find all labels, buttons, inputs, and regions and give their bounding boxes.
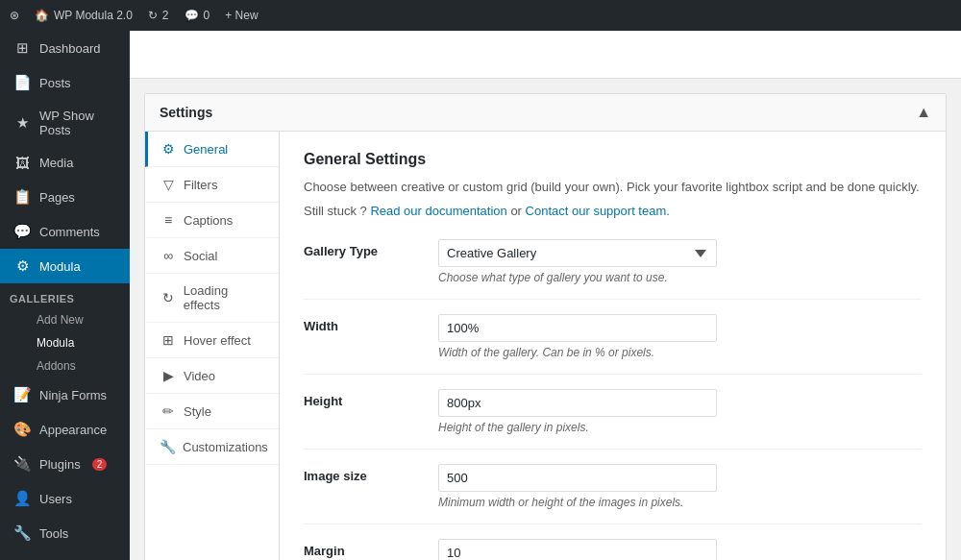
settings-nav-loading-effects[interactable]: ↻ Loading effects	[145, 274, 279, 323]
ninja-forms-icon: 📝	[12, 386, 32, 403]
comment-icon: 💬	[185, 9, 199, 22]
gallery-type-field: Creative Gallery Custom Grid Choose what…	[438, 239, 922, 284]
image-size-hint: Minimum width or height of the images in…	[438, 496, 922, 509]
height-hint: Height of the gallery in pixels.	[438, 421, 922, 434]
new-item[interactable]: + New	[225, 9, 258, 22]
tools-icon: 🔧	[12, 524, 32, 542]
settings-nav-hover-effect[interactable]: ⊞ Hover effect	[145, 323, 279, 358]
plugins-badge: 2	[92, 458, 108, 471]
margin-row: Margin Margin between images in pixels.	[304, 524, 922, 560]
general-nav-icon: ⚙	[160, 141, 177, 157]
galleries-label: Galleries	[0, 283, 130, 308]
loading-effects-nav-icon: ↻	[160, 290, 177, 305]
width-field: Width of the gallery. Can be in % or pix…	[438, 314, 922, 359]
image-size-field: Minimum width or height of the images in…	[438, 464, 922, 509]
height-input[interactable]	[438, 389, 717, 417]
image-size-row: Image size Minimum width or height of th…	[304, 450, 922, 524]
comments-item[interactable]: 💬 0	[185, 9, 210, 22]
settings-nav-captions[interactable]: ≡ Captions	[145, 203, 279, 238]
gallery-type-select[interactable]: Creative Gallery Custom Grid	[438, 239, 717, 267]
settings-nav-style[interactable]: ✏ Style	[145, 394, 279, 429]
hover-effect-nav-icon: ⊞	[160, 332, 177, 348]
support-link[interactable]: Contact our support team.	[526, 204, 670, 218]
sidebar-item-media[interactable]: 🖼 Media	[0, 146, 130, 180]
style-nav-icon: ✏	[160, 403, 177, 419]
users-icon: 👤	[12, 490, 32, 507]
admin-bar: ⊛ 🏠 WP Modula 2.0 ↻ 2 💬 0 + New	[0, 0, 961, 31]
height-field: Height of the gallery in pixels.	[438, 389, 922, 434]
sidebar-item-users[interactable]: 👤 Users	[0, 481, 130, 516]
width-hint: Width of the gallery. Can be in % or pix…	[438, 346, 922, 359]
image-size-label: Image size	[304, 464, 438, 483]
height-label: Height	[304, 389, 438, 408]
content-area: Settings ▲ ⚙ General ▽ Filters ≡	[130, 31, 961, 560]
site-name[interactable]: 🏠 WP Modula 2.0	[35, 9, 133, 22]
width-row: Width Width of the gallery. Can be in % …	[304, 300, 922, 375]
dashboard-icon: ⊞	[12, 39, 32, 57]
margin-input[interactable]	[438, 539, 717, 560]
image-size-input[interactable]	[438, 464, 717, 492]
settings-nav-video[interactable]: ▶ Video	[145, 358, 279, 394]
margin-label: Margin	[304, 539, 438, 558]
filters-nav-icon: ▽	[160, 177, 177, 192]
main-layout: ⊞ Dashboard 📄 Posts ★ WP Show Posts 🖼 Me…	[0, 31, 961, 560]
sidebar-item-tools[interactable]: 🔧 Tools	[0, 516, 130, 550]
modula-icon: ⚙	[12, 257, 32, 275]
width-label: Width	[304, 314, 438, 333]
star-icon: ★	[12, 114, 32, 132]
top-bar	[130, 31, 961, 79]
gallery-type-row: Gallery Type Creative Gallery Custom Gri…	[304, 225, 922, 300]
appearance-icon: 🎨	[12, 421, 32, 438]
margin-field: Margin between images in pixels.	[438, 539, 922, 560]
sidebar-item-modula[interactable]: ⚙ Modula	[0, 249, 130, 283]
sidebar-sub-modula[interactable]: Modula	[0, 331, 130, 354]
general-settings-title: General Settings	[304, 151, 922, 168]
updates-item[interactable]: ↻ 2	[148, 9, 169, 22]
social-nav-icon: ∞	[160, 248, 177, 263]
settings-nav-customizations[interactable]: 🔧 Customizations	[145, 429, 279, 465]
captions-nav-icon: ≡	[160, 212, 177, 228]
gallery-type-label: Gallery Type	[304, 239, 438, 258]
comments-icon: 💬	[12, 223, 32, 240]
settings-container: Settings ▲ ⚙ General ▽ Filters ≡	[144, 93, 947, 560]
site-icon: 🏠	[35, 9, 49, 22]
height-row: Height Height of the gallery in pixels.	[304, 375, 922, 450]
sidebar-item-comments[interactable]: 💬 Comments	[0, 214, 130, 249]
settings-header: Settings ▲	[145, 94, 946, 132]
wp-icon: ⊛	[10, 9, 19, 22]
sidebar: ⊞ Dashboard 📄 Posts ★ WP Show Posts 🖼 Me…	[0, 31, 130, 560]
settings-main: General Settings Choose between creative…	[280, 132, 946, 560]
sidebar-item-plugins[interactable]: 🔌 Plugins 2	[0, 447, 130, 481]
customizations-nav-icon: 🔧	[160, 439, 176, 454]
sidebar-item-appearance[interactable]: 🎨 Appearance	[0, 412, 130, 447]
settings-collapse-button[interactable]: ▲	[916, 104, 931, 121]
settings-nav-general[interactable]: ⚙ General	[145, 132, 279, 167]
settings-body: ⚙ General ▽ Filters ≡ Captions ∞ Social	[145, 132, 946, 560]
updates-icon: ↻	[148, 9, 158, 22]
sidebar-sub-add-new[interactable]: Add New	[0, 308, 130, 331]
gallery-type-hint: Choose what type of gallery you want to …	[438, 271, 922, 284]
plugins-icon: 🔌	[12, 455, 32, 473]
sidebar-item-pages[interactable]: 📋 Pages	[0, 180, 130, 214]
general-settings-desc1: Choose between creative or custom grid (…	[304, 178, 922, 197]
settings-nav-filters[interactable]: ▽ Filters	[145, 167, 279, 203]
sidebar-item-posts[interactable]: 📄 Posts	[0, 65, 130, 100]
settings-nav: ⚙ General ▽ Filters ≡ Captions ∞ Social	[145, 132, 280, 560]
wp-logo[interactable]: ⊛	[10, 9, 19, 22]
media-icon: 🖼	[12, 155, 32, 171]
doc-link[interactable]: Read our documentation	[370, 204, 506, 218]
width-input[interactable]	[438, 314, 717, 342]
sidebar-item-dashboard[interactable]: ⊞ Dashboard	[0, 31, 130, 65]
sidebar-item-settings[interactable]: ⚙ Settings	[0, 550, 130, 560]
posts-icon: 📄	[12, 74, 32, 91]
sidebar-sub-addons[interactable]: Addons	[0, 354, 130, 377]
sidebar-item-ninja-forms[interactable]: 📝 Ninja Forms	[0, 377, 130, 412]
settings-nav-social[interactable]: ∞ Social	[145, 238, 279, 274]
settings-title: Settings	[160, 105, 212, 120]
sidebar-item-wp-show-posts[interactable]: ★ WP Show Posts	[0, 100, 130, 146]
general-settings-desc2: Still stuck ? Read our documentation or …	[304, 202, 922, 221]
video-nav-icon: ▶	[160, 368, 177, 383]
pages-icon: 📋	[12, 188, 32, 206]
